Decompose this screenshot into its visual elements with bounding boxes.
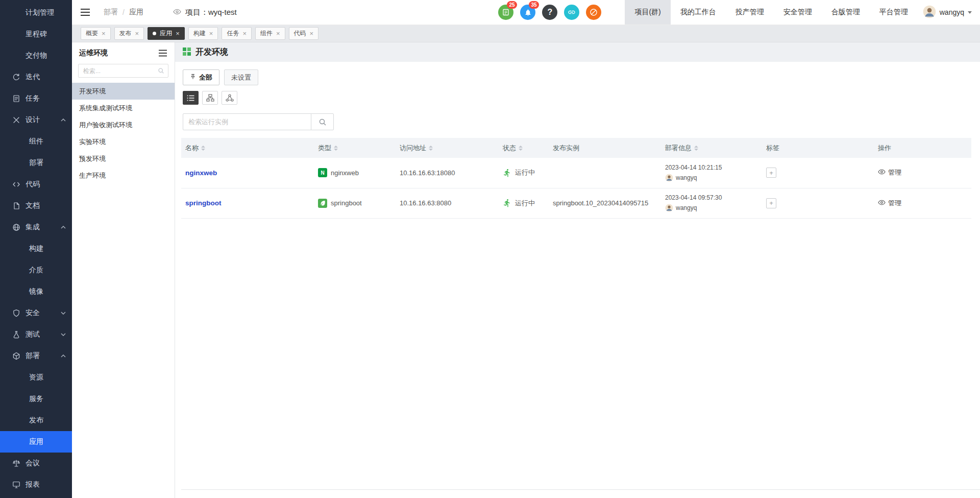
- integration-icon: [12, 223, 20, 231]
- search-button[interactable]: [311, 113, 334, 130]
- sidebar-item-image[interactable]: 镜像: [0, 281, 72, 302]
- col-header-release-instance: 发布实例: [549, 138, 661, 158]
- sidebar-item-design[interactable]: 设计: [0, 109, 72, 131]
- list-view-button[interactable]: [183, 91, 199, 105]
- close-icon[interactable]: ×: [135, 30, 139, 37]
- sidebar-item-document[interactable]: 文档: [0, 195, 72, 217]
- sidebar-item-label: 会议: [26, 459, 40, 468]
- block-button[interactable]: [586, 5, 601, 20]
- nav-project-group[interactable]: 项目(群): [625, 0, 670, 25]
- env-item-staging[interactable]: 预发环境: [72, 150, 175, 167]
- sidebar-item-design-deploy[interactable]: 部署: [0, 152, 72, 174]
- help-button[interactable]: ?: [542, 5, 557, 20]
- instance-name-link[interactable]: springboot: [185, 199, 222, 207]
- nav-security-management[interactable]: 安全管理: [774, 0, 822, 25]
- close-icon[interactable]: ×: [310, 30, 314, 37]
- sidebar-item-build[interactable]: 构建: [0, 238, 72, 259]
- sidebar-item-integration[interactable]: 集成: [0, 217, 72, 238]
- tab-code[interactable]: 代码×: [289, 27, 319, 40]
- sidebar-item-component[interactable]: 组件: [0, 131, 72, 152]
- sidebar-item-task[interactable]: 任务: [0, 88, 72, 109]
- environment-panel-title: 运维环境: [79, 49, 108, 58]
- sort-control[interactable]: [334, 146, 338, 151]
- panel-menu-icon[interactable]: [158, 50, 167, 57]
- tab-component[interactable]: 组件×: [255, 27, 285, 40]
- scales-icon: [12, 459, 20, 467]
- environment-search-input[interactable]: [78, 64, 168, 78]
- instance-filter-tabs: 全部 未设置: [183, 69, 980, 85]
- close-icon[interactable]: ×: [176, 30, 180, 37]
- nav-my-workbench[interactable]: 我的工作台: [671, 0, 726, 25]
- link-button[interactable]: [564, 5, 579, 20]
- col-header-name: 名称: [181, 138, 314, 158]
- code-icon: [12, 180, 20, 188]
- add-tag-button[interactable]: +: [766, 168, 776, 178]
- sidebar-item-artifact[interactable]: 介质: [0, 259, 72, 281]
- flask-icon: [12, 330, 20, 339]
- nav-platform-management[interactable]: 平台管理: [870, 0, 918, 25]
- env-item-production[interactable]: 生产环境: [72, 167, 175, 184]
- manage-button[interactable]: 管理: [878, 199, 967, 208]
- sidebar-item-deploy[interactable]: 部署: [0, 345, 72, 367]
- tree-view-button[interactable]: [202, 91, 218, 105]
- close-icon[interactable]: ×: [276, 30, 280, 37]
- close-icon[interactable]: ×: [102, 30, 106, 37]
- sidebar-item-label: 迭代: [26, 73, 40, 82]
- nav-production-management[interactable]: 投产管理: [726, 0, 774, 25]
- sidebar-item-code[interactable]: 代码: [0, 174, 72, 195]
- nav-version-management[interactable]: 合版管理: [822, 0, 870, 25]
- sidebar-item-plan-management[interactable]: 计划管理: [0, 2, 72, 23]
- tab-build[interactable]: 构建×: [188, 27, 218, 40]
- project-indicator[interactable]: 项目：wyq-test: [173, 8, 237, 17]
- close-icon[interactable]: ×: [242, 30, 247, 37]
- sidebar-item-report[interactable]: 报表: [0, 474, 72, 495]
- sidebar-item-iteration[interactable]: 迭代: [0, 66, 72, 88]
- eye-icon: [878, 168, 886, 177]
- sidebar-item-deliverable[interactable]: 交付物: [0, 45, 72, 66]
- sidebar-item-service[interactable]: 服务: [0, 388, 72, 410]
- close-icon[interactable]: ×: [209, 30, 213, 37]
- tab-release[interactable]: 发布×: [114, 27, 144, 40]
- notifications-button[interactable]: 35: [520, 5, 535, 20]
- sidebar-item-label: 部署: [26, 351, 40, 361]
- env-item-uat[interactable]: 用户验收测试环境: [72, 116, 175, 133]
- type-label: nginxweb: [331, 169, 359, 177]
- breadcrumb-deploy[interactable]: 部署: [104, 8, 118, 17]
- tab-overview[interactable]: 概要×: [81, 27, 111, 40]
- avatar: [923, 5, 936, 20]
- shield-icon: [12, 309, 20, 317]
- sidebar-item-resource[interactable]: 资源: [0, 367, 72, 388]
- sidebar-item-security[interactable]: 安全: [0, 302, 72, 324]
- instance-name-link[interactable]: nginxweb: [185, 169, 217, 177]
- sidebar-item-meeting[interactable]: 会议: [0, 453, 72, 474]
- sidebar-item-label: 部署: [29, 158, 43, 168]
- svg-text:N: N: [321, 170, 324, 176]
- sort-control[interactable]: [429, 146, 433, 151]
- col-header-deploy-info: 部署信息: [661, 138, 762, 158]
- sidebar-item-test[interactable]: 测试: [0, 324, 72, 345]
- env-item-sit[interactable]: 系统集成测试环境: [72, 100, 175, 116]
- add-tag-button[interactable]: +: [766, 198, 776, 208]
- user-menu[interactable]: wangyq: [918, 5, 980, 20]
- todo-button[interactable]: 25: [498, 5, 513, 20]
- sidebar-item-label: 镜像: [29, 287, 43, 296]
- sidebar-item-application[interactable]: 应用: [0, 431, 72, 453]
- sidebar-item-label: 文档: [26, 201, 40, 210]
- tab-task[interactable]: 任务×: [222, 27, 252, 40]
- env-item-experiment[interactable]: 实验环境: [72, 133, 175, 150]
- sidebar-item-release[interactable]: 发布: [0, 410, 72, 431]
- sort-control[interactable]: [201, 146, 205, 151]
- env-item-dev[interactable]: 开发环境: [72, 83, 175, 100]
- tab-all[interactable]: 全部: [183, 69, 219, 85]
- message-badge: 35: [529, 1, 538, 9]
- tab-unset[interactable]: 未设置: [224, 69, 258, 85]
- eye-icon: [878, 199, 886, 208]
- tab-application[interactable]: 应用×: [148, 27, 185, 40]
- sort-control[interactable]: [519, 146, 523, 151]
- topology-view-button[interactable]: [222, 91, 237, 105]
- sort-control[interactable]: [694, 146, 698, 151]
- manage-button[interactable]: 管理: [878, 168, 967, 177]
- menu-toggle-icon[interactable]: [80, 8, 90, 16]
- sidebar-item-milestone[interactable]: 里程碑: [0, 23, 72, 45]
- instance-search-input[interactable]: [183, 113, 311, 130]
